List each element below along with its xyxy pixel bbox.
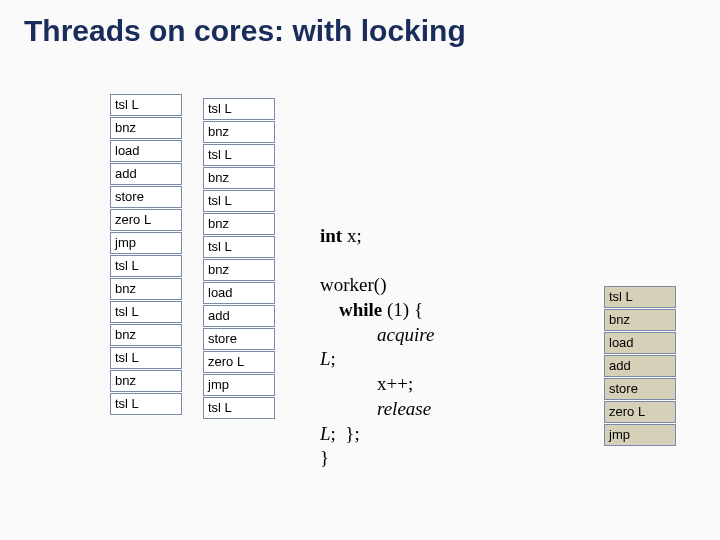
acquire-call: acquire: [377, 324, 434, 345]
close-inner: ; };: [331, 423, 360, 444]
instruction-cell: bnz: [604, 309, 676, 331]
thread-column-2: tsl Lbnztsl Lbnztsl Lbnztsl Lbnzloadadds…: [203, 98, 275, 420]
instruction-cell: tsl L: [203, 190, 275, 212]
instruction-cell: bnz: [203, 121, 275, 143]
instruction-cell: store: [203, 328, 275, 350]
instruction-cell: bnz: [203, 167, 275, 189]
instruction-cell: add: [110, 163, 182, 185]
kw-int: int: [320, 225, 342, 246]
instruction-cell: store: [604, 378, 676, 400]
instruction-cell: load: [604, 332, 676, 354]
instruction-cell: load: [203, 282, 275, 304]
instruction-cell: load: [110, 140, 182, 162]
instruction-cell: jmp: [203, 374, 275, 396]
instruction-cell: tsl L: [110, 301, 182, 323]
lockvar-acquire: L: [320, 348, 331, 369]
thread-column-1: tsl Lbnzloadaddstorezero Ljmptsl Lbnztsl…: [110, 94, 182, 416]
semi-acquire: ;: [331, 348, 336, 369]
release-call: release: [377, 398, 431, 419]
thread-column-3: tsl Lbnzloadaddstorezero Ljmp: [604, 286, 676, 447]
lockvar-release: L: [320, 423, 331, 444]
instruction-cell: zero L: [203, 351, 275, 373]
instruction-cell: bnz: [110, 324, 182, 346]
instruction-cell: tsl L: [110, 347, 182, 369]
instruction-cell: tsl L: [110, 255, 182, 277]
stmt-incr: x++;: [377, 373, 413, 394]
instruction-cell: bnz: [203, 213, 275, 235]
instruction-cell: store: [110, 186, 182, 208]
instruction-cell: tsl L: [110, 393, 182, 415]
instruction-cell: jmp: [604, 424, 676, 446]
decl-rest: x;: [342, 225, 362, 246]
instruction-cell: add: [604, 355, 676, 377]
instruction-cell: bnz: [110, 117, 182, 139]
instruction-cell: tsl L: [604, 286, 676, 308]
kw-while: while: [339, 299, 382, 320]
instruction-cell: tsl L: [110, 94, 182, 116]
while-rest: (1) {: [382, 299, 423, 320]
instruction-cell: tsl L: [203, 98, 275, 120]
instruction-cell: jmp: [110, 232, 182, 254]
code-block: int x; worker() while (1) { acquire L; x…: [320, 224, 434, 471]
instruction-cell: bnz: [110, 278, 182, 300]
instruction-cell: add: [203, 305, 275, 327]
instruction-cell: zero L: [604, 401, 676, 423]
instruction-cell: tsl L: [203, 144, 275, 166]
instruction-cell: zero L: [110, 209, 182, 231]
instruction-cell: tsl L: [203, 397, 275, 419]
instruction-cell: bnz: [110, 370, 182, 392]
slide-title: Threads on cores: with locking: [24, 14, 466, 48]
close-outer: }: [320, 447, 329, 468]
fn-name: worker(): [320, 274, 386, 295]
instruction-cell: tsl L: [203, 236, 275, 258]
instruction-cell: bnz: [203, 259, 275, 281]
